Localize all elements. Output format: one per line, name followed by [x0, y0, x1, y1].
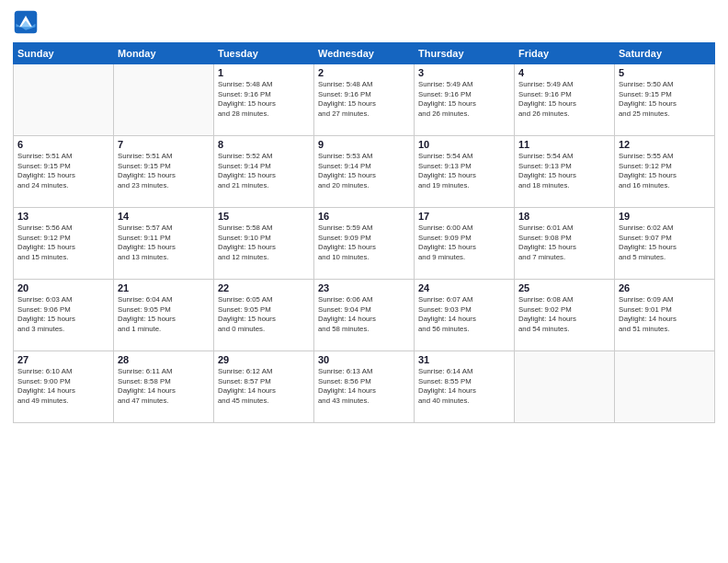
day-number: 7: [118, 139, 210, 150]
weekday-tuesday: Tuesday: [214, 43, 314, 64]
calendar-cell: 2Sunrise: 5:48 AM Sunset: 9:16 PM Daylig…: [314, 64, 415, 136]
day-info: Sunrise: 6:10 AM Sunset: 9:00 PM Dayligh…: [17, 367, 109, 406]
day-info: Sunrise: 6:11 AM Sunset: 8:58 PM Dayligh…: [118, 367, 210, 406]
day-info: Sunrise: 6:01 AM Sunset: 9:08 PM Dayligh…: [518, 224, 610, 262]
calendar-cell: 25Sunrise: 6:08 AM Sunset: 9:02 PM Dayli…: [515, 280, 615, 351]
calendar-cell: 10Sunrise: 5:54 AM Sunset: 9:13 PM Dayli…: [415, 136, 515, 208]
day-info: Sunrise: 6:13 AM Sunset: 8:56 PM Dayligh…: [318, 367, 410, 406]
calendar-cell: 12Sunrise: 5:55 AM Sunset: 9:12 PM Dayli…: [615, 136, 715, 208]
calendar-week-1: 1Sunrise: 5:48 AM Sunset: 9:16 PM Daylig…: [14, 64, 715, 136]
logo-icon: [13, 9, 39, 35]
calendar-cell: 19Sunrise: 6:02 AM Sunset: 9:07 PM Dayli…: [615, 208, 715, 280]
calendar-cell: 18Sunrise: 6:01 AM Sunset: 9:08 PM Dayli…: [515, 208, 615, 280]
calendar-week-5: 27Sunrise: 6:10 AM Sunset: 9:00 PM Dayli…: [14, 351, 715, 423]
weekday-monday: Monday: [114, 43, 214, 64]
weekday-saturday: Saturday: [615, 43, 715, 64]
day-info: Sunrise: 5:51 AM Sunset: 9:15 PM Dayligh…: [118, 152, 210, 190]
day-number: 16: [318, 211, 410, 222]
day-info: Sunrise: 6:14 AM Sunset: 8:55 PM Dayligh…: [418, 367, 510, 406]
day-info: Sunrise: 6:06 AM Sunset: 9:04 PM Dayligh…: [318, 295, 410, 334]
day-number: 6: [17, 139, 109, 150]
day-number: 4: [518, 67, 610, 78]
day-info: Sunrise: 5:50 AM Sunset: 9:15 PM Dayligh…: [619, 80, 711, 119]
calendar-cell: 30Sunrise: 6:13 AM Sunset: 8:56 PM Dayli…: [314, 351, 415, 423]
day-info: Sunrise: 5:59 AM Sunset: 9:09 PM Dayligh…: [318, 224, 410, 262]
calendar-cell: [14, 64, 114, 136]
calendar-cell: 31Sunrise: 6:14 AM Sunset: 8:55 PM Dayli…: [415, 351, 515, 423]
day-info: Sunrise: 5:48 AM Sunset: 9:16 PM Dayligh…: [318, 80, 410, 119]
day-info: Sunrise: 6:07 AM Sunset: 9:03 PM Dayligh…: [418, 295, 510, 334]
day-info: Sunrise: 6:08 AM Sunset: 9:02 PM Dayligh…: [518, 295, 610, 334]
day-info: Sunrise: 5:49 AM Sunset: 9:16 PM Dayligh…: [418, 80, 510, 119]
calendar-week-3: 13Sunrise: 5:56 AM Sunset: 9:12 PM Dayli…: [14, 208, 715, 280]
weekday-header-row: SundayMondayTuesdayWednesdayThursdayFrid…: [14, 43, 715, 64]
day-info: Sunrise: 5:57 AM Sunset: 9:11 PM Dayligh…: [118, 224, 210, 262]
day-info: Sunrise: 6:02 AM Sunset: 9:07 PM Dayligh…: [619, 224, 711, 262]
calendar-cell: 1Sunrise: 5:48 AM Sunset: 9:16 PM Daylig…: [214, 64, 314, 136]
day-info: Sunrise: 6:04 AM Sunset: 9:05 PM Dayligh…: [118, 295, 210, 334]
day-info: Sunrise: 5:54 AM Sunset: 9:13 PM Dayligh…: [518, 152, 610, 190]
weekday-friday: Friday: [515, 43, 615, 64]
day-number: 19: [619, 211, 711, 222]
day-number: 14: [118, 211, 210, 222]
day-number: 9: [318, 139, 410, 150]
day-info: Sunrise: 5:54 AM Sunset: 9:13 PM Dayligh…: [418, 152, 510, 190]
calendar-cell: 21Sunrise: 6:04 AM Sunset: 9:05 PM Dayli…: [114, 280, 214, 351]
calendar-cell: 3Sunrise: 5:49 AM Sunset: 9:16 PM Daylig…: [415, 64, 515, 136]
day-info: Sunrise: 6:00 AM Sunset: 9:09 PM Dayligh…: [418, 224, 510, 262]
calendar-cell: 6Sunrise: 5:51 AM Sunset: 9:15 PM Daylig…: [14, 136, 114, 208]
header: [13, 9, 715, 35]
day-number: 2: [318, 67, 410, 78]
day-number: 1: [218, 67, 310, 78]
day-info: Sunrise: 5:48 AM Sunset: 9:16 PM Dayligh…: [218, 80, 310, 119]
day-number: 23: [318, 282, 410, 293]
calendar-cell: [515, 351, 615, 423]
day-info: Sunrise: 5:58 AM Sunset: 9:10 PM Dayligh…: [218, 224, 310, 262]
calendar-cell: 27Sunrise: 6:10 AM Sunset: 9:00 PM Dayli…: [14, 351, 114, 423]
day-info: Sunrise: 6:05 AM Sunset: 9:05 PM Dayligh…: [218, 295, 310, 334]
calendar-cell: [615, 351, 715, 423]
calendar-week-4: 20Sunrise: 6:03 AM Sunset: 9:06 PM Dayli…: [14, 280, 715, 351]
day-number: 10: [418, 139, 510, 150]
day-info: Sunrise: 5:56 AM Sunset: 9:12 PM Dayligh…: [17, 224, 109, 262]
day-number: 28: [118, 354, 210, 365]
day-number: 15: [218, 211, 310, 222]
calendar-cell: 15Sunrise: 5:58 AM Sunset: 9:10 PM Dayli…: [214, 208, 314, 280]
calendar-cell: 26Sunrise: 6:09 AM Sunset: 9:01 PM Dayli…: [615, 280, 715, 351]
day-info: Sunrise: 5:49 AM Sunset: 9:16 PM Dayligh…: [518, 80, 610, 119]
calendar-week-2: 6Sunrise: 5:51 AM Sunset: 9:15 PM Daylig…: [14, 136, 715, 208]
calendar-cell: 13Sunrise: 5:56 AM Sunset: 9:12 PM Dayli…: [14, 208, 114, 280]
weekday-thursday: Thursday: [415, 43, 515, 64]
calendar-cell: 22Sunrise: 6:05 AM Sunset: 9:05 PM Dayli…: [214, 280, 314, 351]
day-info: Sunrise: 5:52 AM Sunset: 9:14 PM Dayligh…: [218, 152, 310, 190]
calendar-page: SundayMondayTuesdayWednesdayThursdayFrid…: [0, 0, 728, 563]
day-number: 29: [218, 354, 310, 365]
calendar-cell: 4Sunrise: 5:49 AM Sunset: 9:16 PM Daylig…: [515, 64, 615, 136]
day-info: Sunrise: 5:55 AM Sunset: 9:12 PM Dayligh…: [619, 152, 711, 190]
calendar-cell: 24Sunrise: 6:07 AM Sunset: 9:03 PM Dayli…: [415, 280, 515, 351]
day-number: 21: [118, 282, 210, 293]
calendar-cell: 17Sunrise: 6:00 AM Sunset: 9:09 PM Dayli…: [415, 208, 515, 280]
calendar-cell: 14Sunrise: 5:57 AM Sunset: 9:11 PM Dayli…: [114, 208, 214, 280]
calendar-cell: 11Sunrise: 5:54 AM Sunset: 9:13 PM Dayli…: [515, 136, 615, 208]
day-number: 25: [518, 282, 610, 293]
day-number: 17: [418, 211, 510, 222]
calendar-cell: 7Sunrise: 5:51 AM Sunset: 9:15 PM Daylig…: [114, 136, 214, 208]
calendar-cell: 8Sunrise: 5:52 AM Sunset: 9:14 PM Daylig…: [214, 136, 314, 208]
weekday-wednesday: Wednesday: [314, 43, 415, 64]
day-number: 11: [518, 139, 610, 150]
calendar-body: 1Sunrise: 5:48 AM Sunset: 9:16 PM Daylig…: [14, 64, 715, 423]
day-number: 3: [418, 67, 510, 78]
calendar-cell: 23Sunrise: 6:06 AM Sunset: 9:04 PM Dayli…: [314, 280, 415, 351]
day-number: 12: [619, 139, 711, 150]
calendar-table: SundayMondayTuesdayWednesdayThursdayFrid…: [13, 42, 715, 423]
day-info: Sunrise: 6:09 AM Sunset: 9:01 PM Dayligh…: [619, 295, 711, 334]
calendar-cell: 16Sunrise: 5:59 AM Sunset: 9:09 PM Dayli…: [314, 208, 415, 280]
calendar-header: SundayMondayTuesdayWednesdayThursdayFrid…: [14, 43, 715, 64]
weekday-sunday: Sunday: [14, 43, 114, 64]
day-number: 22: [218, 282, 310, 293]
logo: [13, 9, 40, 35]
day-number: 20: [17, 282, 109, 293]
calendar-cell: 28Sunrise: 6:11 AM Sunset: 8:58 PM Dayli…: [114, 351, 214, 423]
calendar-cell: 20Sunrise: 6:03 AM Sunset: 9:06 PM Dayli…: [14, 280, 114, 351]
